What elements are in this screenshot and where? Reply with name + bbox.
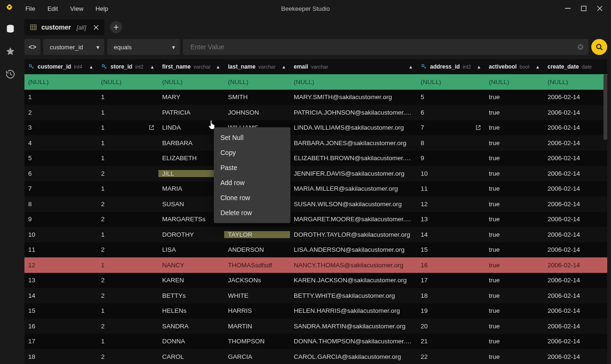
- cell-activebool[interactable]: true: [485, 277, 544, 284]
- cell-email[interactable]: HELEN.HARRIS@sakilacustomer.org: [290, 307, 417, 314]
- cell-email[interactable]: (NULL): [290, 78, 417, 85]
- column-header-last_name[interactable]: last_namevarchar▲: [224, 63, 290, 70]
- cell-create_date[interactable]: 2006-02-14: [544, 155, 595, 162]
- context-menu-item[interactable]: Delete row: [214, 205, 290, 220]
- table-row[interactable]: 132KARENJACKSONsKAREN.JACKSON@sakilacust…: [24, 273, 607, 288]
- cell-last_name[interactable]: JOHNSON: [224, 109, 290, 116]
- cell-email[interactable]: JENNIFER.DAVIS@sakilacustomer.org: [290, 170, 417, 177]
- cell-last_name[interactable]: SMITH: [224, 93, 290, 101]
- cell-first_name[interactable]: CAROL: [158, 353, 224, 360]
- cell-store_id[interactable]: 2: [97, 216, 158, 223]
- cell-store_id[interactable]: 2: [97, 353, 158, 360]
- table-row[interactable]: 151HELENsHARRISHELEN.HARRIS@sakilacustom…: [24, 303, 607, 319]
- cell-address_id[interactable]: 18: [417, 292, 485, 299]
- cell-customer_id[interactable]: 5: [24, 155, 97, 162]
- cell-create_date[interactable]: 2006-02-14: [544, 353, 595, 360]
- table-row[interactable]: 62JILLDAVISJENNIFER.DAVIS@sakilacustomer…: [24, 166, 607, 181]
- tab-add-button[interactable]: [110, 21, 122, 33]
- cell-store_id[interactable]: 1: [97, 124, 158, 131]
- cell-customer_id[interactable]: 3: [24, 124, 97, 131]
- cell-create_date[interactable]: 2006-02-14: [544, 307, 595, 314]
- cell-first_name[interactable]: NANCY: [158, 262, 224, 269]
- cell-customer_id[interactable]: 2: [24, 109, 97, 116]
- cell-first_name[interactable]: DOROTHY: [158, 231, 224, 238]
- cell-store_id[interactable]: 1: [97, 93, 158, 101]
- cell-store_id[interactable]: 1: [97, 262, 158, 269]
- table-row[interactable]: 112LISAANDERSONLISA.ANDERSON@sakilacusto…: [24, 242, 607, 258]
- context-menu-item[interactable]: Copy: [214, 145, 290, 160]
- cell-customer_id[interactable]: 18: [24, 353, 97, 360]
- cell-customer_id[interactable]: 8: [24, 201, 97, 208]
- cell-address_id[interactable]: 17: [417, 277, 485, 284]
- window-minimize-icon[interactable]: [565, 6, 571, 11]
- context-menu-item[interactable]: Set Null: [214, 130, 290, 145]
- cell-store_id[interactable]: 2: [97, 170, 158, 177]
- cell-last_name[interactable]: TAYLOR: [224, 231, 290, 238]
- cell-address_id[interactable]: 16: [417, 262, 485, 269]
- cell-create_date[interactable]: 2006-02-14: [544, 185, 595, 192]
- cell-first_name[interactable]: LISA: [158, 246, 224, 253]
- cell-activebool[interactable]: true: [485, 246, 544, 253]
- column-header-email[interactable]: emailvarchar▲: [290, 63, 417, 70]
- search-button[interactable]: [591, 39, 607, 55]
- cell-last_name[interactable]: HARRIS: [224, 307, 290, 314]
- cell-activebool[interactable]: true: [485, 93, 544, 101]
- cell-activebool[interactable]: true: [485, 338, 544, 345]
- cell-activebool[interactable]: true: [485, 231, 544, 238]
- cell-create_date[interactable]: 2006-02-14: [544, 292, 595, 299]
- menu-view[interactable]: View: [64, 2, 89, 15]
- cell-email[interactable]: SANDRA.MARTIN@sakilacustomer.org: [290, 323, 417, 330]
- cell-customer_id[interactable]: 13: [24, 277, 97, 284]
- open-link-icon[interactable]: [475, 124, 481, 131]
- cell-address_id[interactable]: 7: [417, 124, 485, 131]
- table-row[interactable]: 82SUSANWILSONSUSAN.WILSON@sakilacustomer…: [24, 196, 607, 212]
- table-row[interactable]: 71MARIAMILLERMARIA.MILLER@sakilacustomer…: [24, 181, 607, 197]
- table-row[interactable]: 182CAROLGARCIACAROL.GARCIA@sakilacustome…: [24, 349, 607, 364]
- clear-filter-icon[interactable]: [577, 44, 584, 50]
- menu-help[interactable]: Help: [90, 2, 114, 15]
- table-row[interactable]: 142BETTYsWHITEBETTY.WHITE@sakilacustomer…: [24, 288, 607, 303]
- cell-create_date[interactable]: 2006-02-14: [544, 262, 595, 269]
- cell-create_date[interactable]: 2006-02-14: [544, 323, 595, 330]
- cell-customer_id[interactable]: 1: [24, 93, 97, 101]
- cell-address_id[interactable]: 22: [417, 353, 485, 360]
- cell-email[interactable]: LINDA.WILLIAMS@sakilacustomer.org: [290, 124, 417, 131]
- cell-address_id[interactable]: 5: [417, 93, 485, 101]
- cell-last_name[interactable]: THOMASsdfsdf: [224, 262, 290, 269]
- cell-email[interactable]: SUSAN.WILSON@sakilacustomer.org: [290, 201, 417, 208]
- cell-store_id[interactable]: 1: [97, 185, 158, 192]
- cell-activebool[interactable]: true: [485, 307, 544, 314]
- cell-activebool[interactable]: (NULL): [485, 78, 544, 85]
- cell-customer_id[interactable]: 14: [24, 292, 97, 299]
- cell-create_date[interactable]: 2006-02-14: [544, 109, 595, 116]
- query-builder-toggle[interactable]: <>: [24, 39, 40, 55]
- vertical-scrollbar[interactable]: [603, 74, 607, 140]
- cell-email[interactable]: BETTY.WHITE@sakilacustomer.org: [290, 292, 417, 299]
- cell-first_name[interactable]: SANDRA: [158, 323, 224, 330]
- cell-address_id[interactable]: 15: [417, 246, 485, 253]
- cell-activebool[interactable]: true: [485, 139, 544, 147]
- cell-last_name[interactable]: JACKSONs: [224, 277, 290, 284]
- cell-create_date[interactable]: 2006-02-14: [544, 93, 595, 101]
- cell-email[interactable]: MARIA.MILLER@sakilacustomer.org: [290, 185, 417, 192]
- cell-address_id[interactable]: (NULL): [417, 78, 485, 85]
- cell-address_id[interactable]: 10: [417, 170, 485, 177]
- cell-email[interactable]: LISA.ANDERSON@sakilacustomer.org: [290, 246, 417, 253]
- cell-activebool[interactable]: true: [485, 109, 544, 116]
- cell-address_id[interactable]: 12: [417, 201, 485, 208]
- table-row[interactable]: 21PATRICIAJOHNSONPATRICIA.JOHNSON@sakila…: [24, 105, 607, 120]
- cell-last_name[interactable]: GARCIA: [224, 353, 290, 360]
- cell-email[interactable]: MARGARET.MOORE@sakilacustomer.org: [290, 216, 417, 223]
- cell-create_date[interactable]: 2006-02-14: [544, 338, 595, 345]
- cell-first_name[interactable]: MARY: [158, 93, 224, 101]
- table-row[interactable]: 11MARYSMITHMARY.SMITH@sakilacustomer.org…: [24, 90, 607, 105]
- cell-first_name[interactable]: BETTYs: [158, 292, 224, 299]
- cell-create_date[interactable]: 2006-02-14: [544, 216, 595, 223]
- table-row[interactable]: 171DONNATHOMPSONDONNA.THOMPSON@sakilacus…: [24, 334, 607, 349]
- history-icon[interactable]: [5, 69, 16, 80]
- database-icon[interactable]: [5, 23, 16, 35]
- cell-address_id[interactable]: 9: [417, 155, 485, 162]
- table-row[interactable]: 31LINDAWILLIAMSLINDA.WILLIAMS@sakilacust…: [24, 120, 607, 136]
- cell-email[interactable]: PATRICIA.JOHNSON@sakilacustomer.org: [290, 109, 417, 116]
- star-icon[interactable]: [5, 46, 16, 57]
